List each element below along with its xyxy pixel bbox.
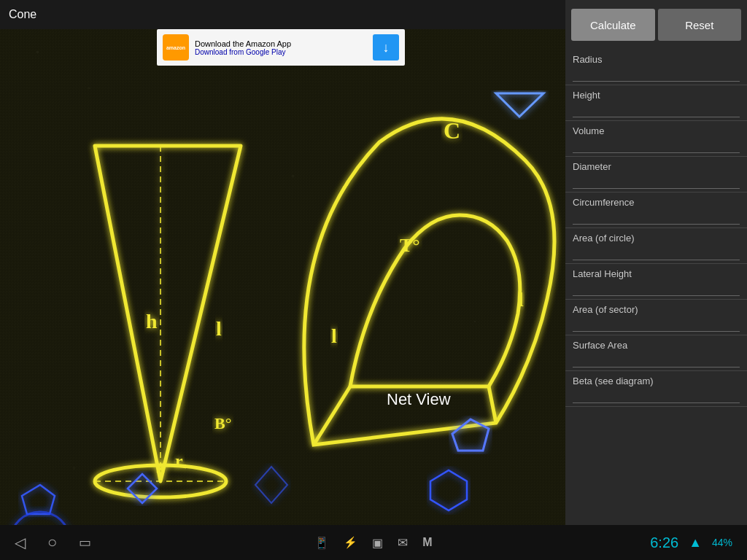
field-input-radius[interactable] (573, 65, 740, 82)
usb-icon: ⚡ (344, 536, 357, 549)
field-input-area-circle[interactable] (573, 244, 740, 260)
canvas-area: h l B° r C T° l l Net View (0, 0, 565, 532)
field-row-beta: Beta (see diagram) (565, 371, 747, 407)
svg-text:l: l (331, 324, 337, 347)
nav-center: 📱 ⚡ ▣ ✉ M (314, 535, 432, 551)
ad-banner: amazon Download the Amazon App Download … (157, 29, 405, 66)
title-bar: Cone (0, 0, 565, 29)
gmail-icon: M (422, 536, 432, 549)
field-row-volume: Volume (565, 121, 747, 157)
field-row-area-sector: Area (of sector) (565, 300, 747, 335)
field-row-surface-area: Surface Area (565, 335, 747, 371)
diagram-svg: h l B° r C T° l l Net View (0, 29, 565, 532)
svg-text:T°: T° (400, 235, 420, 256)
field-input-beta[interactable] (573, 386, 740, 403)
svg-rect-10 (146, 139, 147, 141)
gallery-icon: ▣ (372, 536, 383, 550)
field-row-area-circle: Area (of circle) (565, 228, 747, 264)
svg-text:r: r (175, 451, 183, 470)
battery-display: 44% (712, 537, 732, 548)
buttons-row: Calculate Reset (565, 6, 747, 50)
field-input-lateral-height[interactable] (573, 279, 740, 296)
app-title: Cone (9, 8, 36, 21)
field-label-volume: Volume (573, 122, 740, 136)
field-label-radius: Radius (573, 51, 740, 65)
field-input-diameter[interactable] (573, 172, 740, 189)
field-row-lateral-height: Lateral Height (565, 264, 747, 300)
right-panel: Calculate Reset RadiusHeightVolumeDiamet… (565, 0, 747, 532)
ad-text: Download the Amazon App Download from Go… (195, 39, 367, 56)
field-row-height: Height (565, 85, 747, 121)
nav-left: ◁ ○ ▭ (15, 533, 91, 552)
time-display: 6:26 (650, 534, 678, 551)
amazon-logo: amazon (163, 34, 189, 61)
svg-rect-9 (88, 88, 90, 89)
field-input-surface-area[interactable] (573, 351, 740, 368)
field-row-diameter: Diameter (565, 157, 747, 192)
mail-icon: ✉ (398, 535, 408, 551)
field-label-area-sector: Area (of sector) (573, 301, 740, 315)
field-label-lateral-height: Lateral Height (573, 265, 740, 279)
field-input-height[interactable] (573, 101, 740, 117)
field-row-radius: Radius (565, 50, 747, 85)
svg-text:C: C (444, 117, 460, 144)
field-label-beta: Beta (see diagram) (573, 373, 740, 386)
canvas-background: h l B° r C T° l l Net View (0, 0, 565, 532)
calculate-button[interactable]: Calculate (571, 9, 655, 41)
reset-button[interactable]: Reset (658, 9, 742, 41)
svg-text:l: l (216, 317, 222, 340)
svg-rect-12 (438, 102, 441, 104)
svg-text:Net View: Net View (387, 390, 451, 408)
svg-text:B°: B° (214, 414, 231, 432)
home-button[interactable]: ○ (47, 533, 57, 552)
field-label-area-circle: Area (of circle) (573, 230, 740, 244)
field-input-area-sector[interactable] (573, 315, 740, 332)
field-label-diameter: Diameter (573, 158, 740, 172)
wifi-icon: ▲ (689, 535, 702, 551)
svg-rect-14 (365, 394, 368, 396)
svg-rect-17 (511, 467, 514, 469)
field-label-height: Height (573, 87, 740, 101)
svg-rect-6 (0, 29, 565, 532)
field-label-surface-area: Surface Area (573, 337, 740, 351)
svg-rect-8 (36, 51, 39, 53)
ad-line2: Download from Google Play (195, 48, 367, 56)
svg-rect-15 (73, 467, 75, 470)
field-input-circumference[interactable] (573, 208, 740, 225)
field-input-volume[interactable] (573, 136, 740, 153)
svg-text:h: h (146, 310, 158, 332)
ad-line1: Download the Amazon App (195, 39, 367, 48)
field-row-circumference: Circumference (565, 192, 747, 228)
field-label-circumference: Circumference (573, 194, 740, 208)
ad-download-button[interactable] (373, 34, 399, 61)
svg-text:l: l (518, 288, 524, 311)
back-button[interactable]: ◁ (15, 534, 26, 551)
svg-rect-11 (292, 175, 294, 177)
phone-icon: 📱 (314, 536, 329, 550)
nav-bar: ◁ ○ ▭ 📱 ⚡ ▣ ✉ M 6:26 ▲ 44% (0, 525, 747, 560)
nav-right: 6:26 ▲ 44% (650, 534, 732, 551)
recents-button[interactable]: ▭ (79, 534, 91, 551)
svg-rect-16 (474, 321, 476, 322)
fields-container: RadiusHeightVolumeDiameterCircumferenceA… (565, 50, 747, 407)
